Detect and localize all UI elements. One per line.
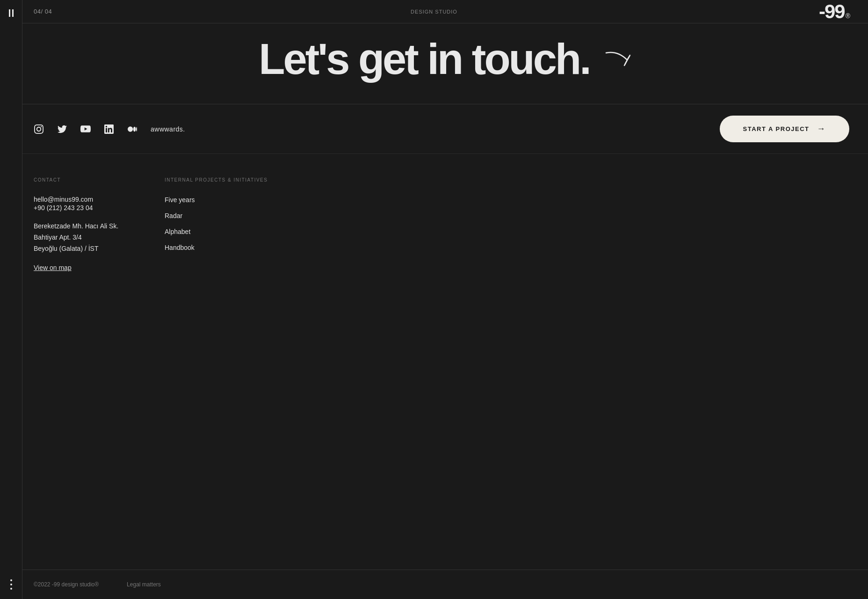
sidebar-dots xyxy=(10,579,12,590)
contact-section: CONTACT hello@minus99.com +90 (212) 243 … xyxy=(34,177,165,272)
footer-content: CONTACT hello@minus99.com +90 (212) 243 … xyxy=(22,154,868,291)
arrow-right-icon: → xyxy=(817,124,826,134)
address-line1: Bereketzade Mh. Hacı Ali Sk. xyxy=(34,222,118,230)
logo-sup: ® xyxy=(846,12,849,20)
address-line2: Bahtiyar Apt. 3/4 xyxy=(34,234,82,241)
initiatives-list: Five years Radar Alphabet Handbook xyxy=(165,196,277,252)
contact-address: Bereketzade Mh. Hacı Ali Sk. Bahtiyar Ap… xyxy=(34,221,146,254)
hero-section: Let's get in touch. xyxy=(22,23,868,104)
view-on-map-link[interactable]: View on map xyxy=(34,264,72,271)
pause-icon[interactable] xyxy=(9,9,14,17)
radar-link[interactable]: Radar xyxy=(165,212,182,219)
social-icons: awwwards. xyxy=(34,124,185,134)
design-studio-label: Design Studio xyxy=(411,9,457,15)
contact-phone[interactable]: +90 (212) 243 23 04 xyxy=(34,204,146,212)
top-header: 04/ 04 Design Studio -99® xyxy=(22,0,868,23)
start-project-label: START A PROJECT xyxy=(743,125,810,132)
twitter-icon[interactable] xyxy=(57,124,67,134)
social-bar: awwwards. START A PROJECT → xyxy=(22,104,868,154)
legal-matters-link[interactable]: Legal matters xyxy=(127,581,161,588)
page-counter: 04/ 04 xyxy=(34,8,52,15)
list-item[interactable]: Alphabet xyxy=(165,227,277,236)
logo-text: -99 xyxy=(819,0,845,23)
alphabet-link[interactable]: Alphabet xyxy=(165,228,190,235)
arrow-down-icon xyxy=(604,37,632,80)
instagram-icon[interactable] xyxy=(34,124,44,134)
initiatives-section-label: INTERNAL PROJECTS & INITIATIVES xyxy=(165,177,277,183)
hero-headline: Let's get in touch. xyxy=(259,37,631,80)
main-content: 04/ 04 Design Studio -99® Let's get in t… xyxy=(22,0,868,599)
logo: -99® xyxy=(819,0,849,23)
list-item[interactable]: Radar xyxy=(165,212,277,220)
contact-email[interactable]: hello@minus99.com xyxy=(34,196,146,203)
contact-section-label: CONTACT xyxy=(34,177,146,183)
address-line3: Beyoğlu (Galata) / İST xyxy=(34,245,99,252)
left-sidebar xyxy=(0,0,22,599)
five-years-link[interactable]: Five years xyxy=(165,196,195,204)
copyright-text: ©2022 -99 design studio® xyxy=(34,581,99,588)
hero-headline-text: Let's get in touch. xyxy=(259,37,589,80)
initiatives-section: INTERNAL PROJECTS & INITIATIVES Five yea… xyxy=(165,177,296,272)
handbook-link[interactable]: Handbook xyxy=(165,244,195,251)
linkedin-icon[interactable] xyxy=(104,124,114,134)
list-item[interactable]: Handbook xyxy=(165,243,277,252)
medium-icon[interactable] xyxy=(127,124,137,134)
spacer xyxy=(22,291,868,570)
awwwards-label[interactable]: awwwards. xyxy=(151,125,185,133)
list-item[interactable]: Five years xyxy=(165,196,277,204)
youtube-icon[interactable] xyxy=(80,124,91,134)
bottom-footer: ©2022 -99 design studio® Legal matters xyxy=(22,570,868,599)
start-project-button[interactable]: START A PROJECT → xyxy=(720,116,849,142)
header-center: Design Studio xyxy=(411,9,457,15)
